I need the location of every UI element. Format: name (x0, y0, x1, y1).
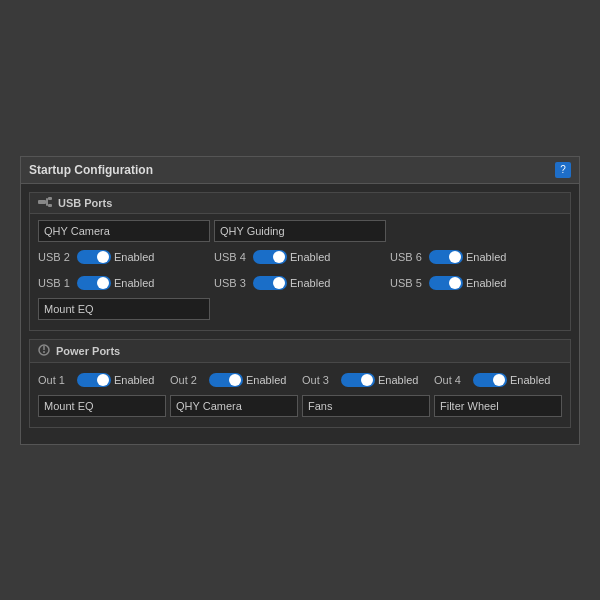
toggle-enabled-text: Enabled (114, 277, 154, 289)
cell-power-ports-1-0 (38, 395, 166, 417)
usb-ports-icon (38, 197, 52, 209)
toggle-label-usb4: USB 4 (214, 251, 249, 263)
cell-usb-ports-3-0 (38, 298, 210, 320)
toggle-label-out4: Out 4 (434, 374, 469, 386)
row-power-ports-1 (38, 395, 562, 417)
toggle-out3[interactable]: Enabled (341, 373, 418, 387)
svg-rect-3 (48, 204, 52, 207)
toggle-enabled-text: Enabled (466, 277, 506, 289)
section-title-usb-ports: USB Ports (58, 197, 112, 209)
toggle-thumb (273, 277, 285, 289)
toggle-enabled-text: Enabled (114, 374, 154, 386)
input-usb-ports-0-1[interactable] (214, 220, 386, 242)
toggle-label-usb6: USB 6 (390, 251, 425, 263)
section-title-power-ports: Power Ports (56, 345, 120, 357)
toggle-track (473, 373, 507, 387)
cell-power-ports-0-3: Out 4Enabled (434, 369, 562, 391)
toggle-track (77, 373, 111, 387)
toggle-usb3[interactable]: Enabled (253, 276, 330, 290)
cell-usb-ports-0-0 (38, 220, 210, 242)
toggle-row-usb3: USB 3Enabled (214, 272, 386, 294)
svg-point-6 (43, 351, 45, 353)
svg-rect-1 (46, 198, 48, 206)
input-power-ports-1-3[interactable] (434, 395, 562, 417)
cell-usb-ports-3-2 (390, 298, 562, 320)
toggle-usb6[interactable]: Enabled (429, 250, 506, 264)
svg-rect-2 (48, 197, 52, 200)
toggle-enabled-text: Enabled (466, 251, 506, 263)
cell-usb-ports-1-2: USB 6Enabled (390, 246, 562, 268)
toggle-row-usb6: USB 6Enabled (390, 246, 562, 268)
toggle-label-usb1: USB 1 (38, 277, 73, 289)
row-usb-ports-2: USB 1EnabledUSB 3EnabledUSB 5Enabled (38, 272, 562, 294)
toggle-row-usb4: USB 4Enabled (214, 246, 386, 268)
cell-usb-ports-2-2: USB 5Enabled (390, 272, 562, 294)
toggle-label-out1: Out 1 (38, 374, 73, 386)
toggle-label-out2: Out 2 (170, 374, 205, 386)
toggle-track (209, 373, 243, 387)
toggle-label-out3: Out 3 (302, 374, 337, 386)
cell-power-ports-0-2: Out 3Enabled (302, 369, 430, 391)
toggle-row-out2: Out 2Enabled (170, 369, 298, 391)
input-power-ports-1-0[interactable] (38, 395, 166, 417)
toggle-track (77, 250, 111, 264)
input-power-ports-1-1[interactable] (170, 395, 298, 417)
toggle-usb2[interactable]: Enabled (77, 250, 154, 264)
panel-title: Startup Configuration (29, 163, 153, 177)
toggle-track (341, 373, 375, 387)
svg-rect-0 (38, 200, 46, 204)
panel-header: Startup Configuration ? (21, 157, 579, 184)
toggle-row-usb5: USB 5Enabled (390, 272, 562, 294)
toggle-enabled-text: Enabled (246, 374, 286, 386)
cell-usb-ports-1-1: USB 4Enabled (214, 246, 386, 268)
cell-usb-ports-2-1: USB 3Enabled (214, 272, 386, 294)
power-ports-icon (38, 344, 50, 358)
toggle-track (77, 276, 111, 290)
row-usb-ports-1: USB 2EnabledUSB 4EnabledUSB 6Enabled (38, 246, 562, 268)
input-power-ports-1-2[interactable] (302, 395, 430, 417)
toggle-enabled-text: Enabled (290, 251, 330, 263)
section-usb-ports: USB PortsUSB 2EnabledUSB 4EnabledUSB 6En… (29, 192, 571, 331)
toggle-out4[interactable]: Enabled (473, 373, 550, 387)
toggle-usb4[interactable]: Enabled (253, 250, 330, 264)
help-badge[interactable]: ? (555, 162, 571, 178)
toggle-thumb (449, 277, 461, 289)
cell-power-ports-1-3 (434, 395, 562, 417)
input-usb-ports-0-0[interactable] (38, 220, 210, 242)
toggle-enabled-text: Enabled (378, 374, 418, 386)
toggle-thumb (361, 374, 373, 386)
section-header-usb-ports: USB Ports (30, 193, 570, 214)
toggle-out2[interactable]: Enabled (209, 373, 286, 387)
toggle-row-out3: Out 3Enabled (302, 369, 430, 391)
toggle-usb1[interactable]: Enabled (77, 276, 154, 290)
cell-usb-ports-0-2 (390, 220, 562, 242)
section-header-power-ports: Power Ports (30, 340, 570, 363)
cell-usb-ports-1-0: USB 2Enabled (38, 246, 210, 268)
cell-usb-ports-2-0: USB 1Enabled (38, 272, 210, 294)
section-body-power-ports: Out 1EnabledOut 2EnabledOut 3EnabledOut … (30, 363, 570, 427)
startup-config-panel: Startup Configuration ? USB PortsUSB 2En… (20, 156, 580, 445)
row-usb-ports-3 (38, 298, 562, 320)
toggle-thumb (97, 374, 109, 386)
input-usb-ports-3-0[interactable] (38, 298, 210, 320)
toggle-label-usb2: USB 2 (38, 251, 73, 263)
section-power-ports: Power PortsOut 1EnabledOut 2EnabledOut 3… (29, 339, 571, 428)
toggle-row-out1: Out 1Enabled (38, 369, 166, 391)
toggle-usb5[interactable]: Enabled (429, 276, 506, 290)
toggle-track (429, 276, 463, 290)
panel-body: USB PortsUSB 2EnabledUSB 4EnabledUSB 6En… (21, 184, 579, 444)
toggle-thumb (97, 277, 109, 289)
toggle-enabled-text: Enabled (510, 374, 550, 386)
cell-usb-ports-0-1 (214, 220, 386, 242)
toggle-thumb (229, 374, 241, 386)
section-body-usb-ports: USB 2EnabledUSB 4EnabledUSB 6EnabledUSB … (30, 214, 570, 330)
cell-power-ports-0-1: Out 2Enabled (170, 369, 298, 391)
toggle-enabled-text: Enabled (290, 277, 330, 289)
toggle-track (253, 250, 287, 264)
toggle-out1[interactable]: Enabled (77, 373, 154, 387)
toggle-label-usb5: USB 5 (390, 277, 425, 289)
toggle-thumb (97, 251, 109, 263)
toggle-thumb (449, 251, 461, 263)
toggle-row-usb1: USB 1Enabled (38, 272, 210, 294)
toggle-label-usb3: USB 3 (214, 277, 249, 289)
